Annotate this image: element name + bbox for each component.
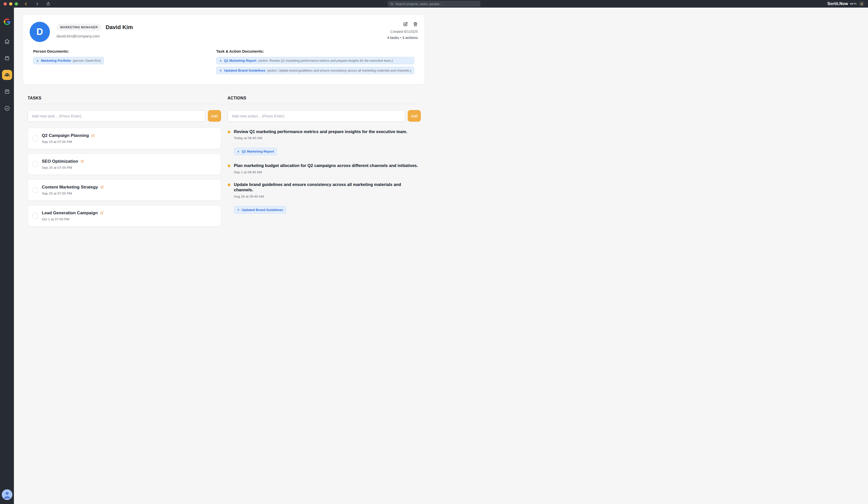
task-card: Q2 Campaign Planning Sep 15 at 07:00 PM [28,128,221,149]
role-badge: MARKETING MANAGER [56,24,102,31]
document-chip[interactable]: Marketing Portfolio (person: David Kim) [33,57,104,64]
forward-icon[interactable] [34,0,40,7]
timer-icon[interactable] [45,0,51,7]
task-title: Q2 Campaign Planning [42,133,89,138]
document-annotation: (action: Review Q1 marketing performance… [258,59,393,63]
person-counts: 4 tasks • 3 actions [387,36,418,40]
task-title: Content Marketing Strategy [42,185,98,190]
action-documents-row: Q1 Marketing Report [228,144,421,159]
global-search[interactable] [388,1,434,7]
person-card: D MARKETING MANAGER David Kim david.kim@… [23,15,424,84]
person-documents-section: Person Documents: Marketing Portfolio (p… [33,49,210,77]
action-timestamp: Sep 1 at 09:40 AM [234,170,421,174]
window-zoom-button[interactable] [15,2,18,6]
document-annotation: (person: David Kim) [73,59,101,63]
document-title: Updated Brand Guidelines [224,69,265,72]
edit-task-icon[interactable] [100,186,104,189]
sidebar-item-home[interactable] [2,36,12,46]
top-bar: Sortit.Now BETA [0,0,434,8]
document-icon [36,59,39,62]
sidebar-item-inbox[interactable] [2,53,12,63]
action-documents-row: Updated Brand Guidelines [228,202,421,217]
person-name: David Kim [106,24,133,31]
window-minimize-button[interactable] [9,2,12,6]
document-annotation: (action: Update brand guidelines and ens… [267,69,411,72]
edit-task-icon[interactable] [100,211,104,215]
sidebar-item-calendar[interactable] [2,86,12,97]
task-checkbox[interactable] [32,213,38,219]
edit-task-icon[interactable] [91,134,95,137]
action-text: Update brand guidelines and ensure consi… [234,182,421,193]
task-title: SEO Optimization [42,159,78,164]
task-card: Content Marketing Strategy Sep 25 at 07:… [28,179,221,201]
action-bullet-icon [228,165,230,167]
task-checkbox[interactable] [32,161,38,167]
document-title: Updated Brand Guidelines [242,208,283,212]
tasks-section: TASKS Add Q2 Campaign Planning Sep 15 at… [28,96,221,231]
document-title: Q1 Marketing Report [242,149,274,153]
task-checkbox[interactable] [32,187,38,193]
search-icon [390,2,393,6]
task-action-documents-label: Task & Action Documents: [216,49,414,53]
task-action-documents-section: Task & Action Documents: Q1 Marketing Re… [216,49,414,77]
task-due-date: Sep 15 at 07:00 PM [42,140,95,144]
task-title: Lead Generation Campaign [42,210,98,216]
action-timestamp: Aug 28 at 09:40 AM [234,195,421,198]
actions-section: ACTIONS Add Review Q1 marketing performa… [228,96,421,231]
edit-person-icon[interactable] [403,22,408,27]
action-item: Review Q1 marketing performance metrics … [228,125,421,144]
back-icon[interactable] [22,0,29,7]
task-card: SEO Optimization Sep 20 at 07:00 PM [28,154,221,175]
document-icon [237,150,240,153]
main-content: D MARKETING MANAGER David Kim david.kim@… [14,0,434,252]
add-action-input[interactable] [228,110,405,122]
action-item: Plan marketing budget allocation for Q2 … [228,159,421,178]
sidebar-item-people[interactable] [2,70,12,80]
person-avatar: D [30,22,50,42]
task-due-date: Sep 20 at 07:00 PM [42,166,84,169]
document-icon [237,208,240,211]
window-controls [3,2,18,6]
tasks-heading: TASKS [28,96,221,104]
task-due-date: Oct 1 at 07:00 PM [42,217,104,221]
person-created: Created 8/1/2025 [387,30,418,34]
actions-heading: ACTIONS [228,96,421,104]
action-timestamp: Today at 09:40 AM [234,136,421,140]
document-chip[interactable]: Updated Brand Guidelines [234,206,286,213]
sidebar [0,8,14,252]
action-item: Update brand guidelines and ensure consi… [228,178,421,202]
google-logo-icon[interactable] [2,17,12,27]
sidebar-item-done[interactable] [2,103,12,113]
action-text: Review Q1 marketing performance metrics … [234,129,407,134]
action-bullet-icon [228,183,230,186]
document-chip[interactable]: Q1 Marketing Report (action: Review Q1 m… [216,57,414,64]
action-bullet-icon [228,130,230,133]
task-checkbox[interactable] [32,136,38,141]
action-text: Plan marketing budget allocation for Q2 … [234,163,418,168]
document-chip[interactable]: Q1 Marketing Report [234,148,277,155]
task-due-date: Sep 25 at 07:00 PM [42,191,104,195]
task-card: Lead Generation Campaign Oct 1 at 07:00 … [28,205,221,227]
edit-task-icon[interactable] [81,160,84,163]
document-icon [219,59,222,62]
document-icon [219,69,222,72]
add-action-button[interactable]: Add [408,110,421,122]
window-close-button[interactable] [3,2,7,6]
delete-person-icon[interactable] [413,22,418,27]
person-documents-label: Person Documents: [33,49,210,53]
document-title: Q1 Marketing Report [224,59,257,63]
add-task-button[interactable]: Add [208,110,221,122]
search-input[interactable] [395,2,434,6]
person-email: david.kim@company.com [56,34,133,38]
document-title: Marketing Portfolio [41,59,71,63]
add-task-input[interactable] [28,110,205,122]
document-chip[interactable]: Updated Brand Guidelines (action: Update… [216,67,414,74]
